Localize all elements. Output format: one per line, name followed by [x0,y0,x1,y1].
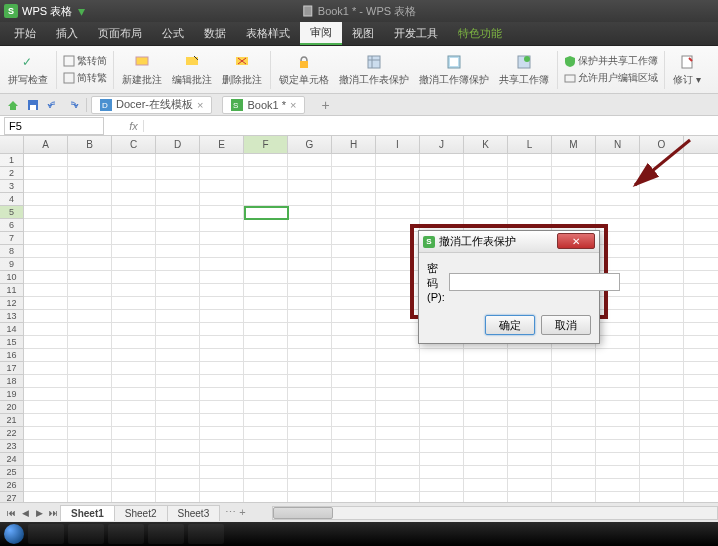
col-header-C[interactable]: C [112,136,156,153]
row-header-20[interactable]: 20 [0,401,23,414]
menu-1[interactable]: 插入 [46,22,88,45]
col-header-J[interactable]: J [420,136,464,153]
menu-8[interactable]: 开发工具 [384,22,448,45]
taskbar-item[interactable] [28,524,64,544]
col-header-H[interactable]: H [332,136,376,153]
row-header-2[interactable]: 2 [0,167,23,180]
taskbar-item[interactable] [108,524,144,544]
row-header-9[interactable]: 9 [0,258,23,271]
taskbar-item[interactable] [188,524,224,544]
save-button[interactable] [24,96,42,114]
row-header-27[interactable]: 27 [0,492,23,502]
dialog-titlebar[interactable]: S 撤消工作表保护 ✕ [419,231,599,253]
menu-6[interactable]: 审阅 [300,22,342,45]
row-header-11[interactable]: 11 [0,284,23,297]
col-header-K[interactable]: K [464,136,508,153]
close-tab-icon[interactable]: × [290,99,296,111]
col-header-O[interactable]: O [640,136,684,153]
row-header-10[interactable]: 10 [0,271,23,284]
taskbar-item[interactable] [148,524,184,544]
row-header-6[interactable]: 6 [0,219,23,232]
password-input[interactable] [449,273,620,291]
col-header-M[interactable]: M [552,136,596,153]
formula-input[interactable] [144,117,718,135]
share-book-button[interactable]: 共享工作簿 [495,48,553,92]
col-header-E[interactable]: E [200,136,244,153]
row-header-4[interactable]: 4 [0,193,23,206]
menu-7[interactable]: 视图 [342,22,384,45]
select-all-corner[interactable] [0,136,24,153]
col-header-N[interactable]: N [596,136,640,153]
row-header-22[interactable]: 22 [0,427,23,440]
doc-tab-docer[interactable]: D Docer-在线模板 × [91,96,212,114]
close-tab-icon[interactable]: × [197,99,203,111]
row-header-26[interactable]: 26 [0,479,23,492]
add-sheet-button[interactable]: ⋯ + [219,504,251,521]
row-header-13[interactable]: 13 [0,310,23,323]
row-header-21[interactable]: 21 [0,414,23,427]
dialog-close-button[interactable]: ✕ [557,233,595,249]
menu-5[interactable]: 表格样式 [236,22,300,45]
menu-3[interactable]: 公式 [152,22,194,45]
horizontal-scrollbar[interactable] [272,506,718,520]
col-header-I[interactable]: I [376,136,420,153]
row-header-7[interactable]: 7 [0,232,23,245]
row-header-16[interactable]: 16 [0,349,23,362]
row-header-19[interactable]: 19 [0,388,23,401]
unprotect-book-button[interactable]: 撤消工作簿保护 [415,48,493,92]
prev-sheet-button[interactable]: ◀ [18,506,32,520]
menu-4[interactable]: 数据 [194,22,236,45]
spellcheck-button[interactable]: ✓ 拼写检查 [4,48,52,92]
new-comment-button[interactable]: 新建批注 [118,48,166,92]
col-header-D[interactable]: D [156,136,200,153]
row-header-15[interactable]: 15 [0,336,23,349]
cancel-button[interactable]: 取消 [541,315,591,335]
redo-button[interactable] [64,96,82,114]
first-sheet-button[interactable]: ⏮ [4,506,18,520]
start-button[interactable] [4,524,24,544]
delete-comment-button[interactable]: 删除批注 [218,48,266,92]
lock-cell-button[interactable]: 锁定单元格 [275,48,333,92]
menu-9[interactable]: 特色功能 [448,22,512,45]
menu-2[interactable]: 页面布局 [88,22,152,45]
home-button[interactable] [4,96,22,114]
app-dropdown-icon[interactable]: ▾ [78,3,85,19]
revisions-button[interactable]: 修订 ▾ [669,48,705,92]
undo-button[interactable] [44,96,62,114]
simp-to-trad-button[interactable]: 繁转简 [61,53,109,69]
last-sheet-button[interactable]: ⏭ [46,506,60,520]
row-header-24[interactable]: 24 [0,453,23,466]
col-header-A[interactable]: A [24,136,68,153]
doc-tab-book1[interactable]: S Book1 * × [222,96,305,114]
ok-button[interactable]: 确定 [485,315,535,335]
allow-edit-button[interactable]: 允许用户编辑区域 [562,70,660,86]
row-header-25[interactable]: 25 [0,466,23,479]
row-header-5[interactable]: 5 [0,206,23,219]
col-header-B[interactable]: B [68,136,112,153]
sheet-tab-3[interactable]: Sheet3 [167,505,221,521]
name-box[interactable]: F5 [4,117,104,135]
row-header-12[interactable]: 12 [0,297,23,310]
next-sheet-button[interactable]: ▶ [32,506,46,520]
fx-button[interactable]: fx [124,120,144,132]
row-header-23[interactable]: 23 [0,440,23,453]
sheet-tab-1[interactable]: Sheet1 [60,505,115,521]
trad-to-simp-button[interactable]: 简转繁 [61,70,109,86]
row-header-14[interactable]: 14 [0,323,23,336]
row-header-8[interactable]: 8 [0,245,23,258]
sheet-tab-2[interactable]: Sheet2 [114,505,168,521]
cells-area[interactable] [24,154,718,502]
row-header-1[interactable]: 1 [0,154,23,167]
row-header-17[interactable]: 17 [0,362,23,375]
row-header-18[interactable]: 18 [0,375,23,388]
col-header-G[interactable]: G [288,136,332,153]
taskbar-item[interactable] [68,524,104,544]
row-header-3[interactable]: 3 [0,180,23,193]
unprotect-sheet-button[interactable]: 撤消工作表保护 [335,48,413,92]
col-header-L[interactable]: L [508,136,552,153]
scrollbar-thumb[interactable] [273,507,333,519]
edit-comment-button[interactable]: 编辑批注 [168,48,216,92]
protect-share-button[interactable]: 保护并共享工作簿 [562,53,660,69]
menu-0[interactable]: 开始 [4,22,46,45]
add-tab-button[interactable]: + [315,97,335,113]
